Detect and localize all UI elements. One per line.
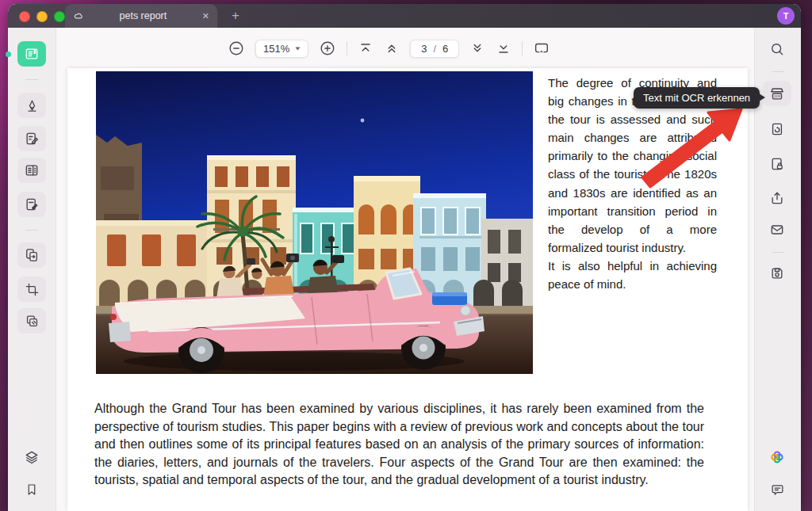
search-icon — [769, 41, 785, 57]
page-tools-button[interactable] — [17, 308, 46, 334]
compress-button[interactable] — [763, 116, 791, 142]
ocr-tooltip: Text mit OCR erkennen — [634, 87, 760, 109]
convert-documents-icon — [24, 247, 40, 263]
save-icon — [769, 265, 785, 281]
feedback-button[interactable] — [763, 477, 791, 502]
document-lock-icon — [769, 156, 785, 172]
zoom-level-value: 151% — [263, 43, 289, 55]
photo-illustration — [96, 71, 533, 374]
divider — [522, 41, 523, 55]
go-to-first-page-button[interactable] — [358, 40, 373, 56]
traffic-lights — [19, 11, 65, 22]
avatar-initial: T — [783, 11, 789, 21]
ocr-icon-label: OCR — [774, 94, 780, 98]
title-bar: pets report ✕ + T — [8, 4, 801, 28]
crop-pages-button[interactable] — [17, 276, 46, 302]
reader-mode-icon — [24, 46, 40, 62]
share-icon — [769, 190, 785, 206]
divider — [25, 230, 38, 231]
left-sidebar — [8, 28, 56, 511]
page-indicator[interactable]: 3 / 6 — [410, 40, 459, 58]
screen: { "window": { "tab_title": "pets report"… — [0, 0, 812, 511]
ocr-tooltip-text: Text mit OCR erkennen — [643, 92, 750, 104]
zoom-out-icon — [228, 40, 245, 57]
divider — [347, 41, 347, 55]
layers-icon — [24, 449, 40, 465]
edit-pdf-button[interactable] — [17, 126, 46, 151]
document-refresh-icon — [769, 121, 785, 137]
havana-photo — [96, 71, 533, 374]
ai-clover-icon — [768, 448, 786, 466]
new-tab-button[interactable]: + — [227, 7, 244, 25]
tab-close-icon[interactable]: ✕ — [202, 12, 209, 21]
search-button[interactable] — [763, 36, 791, 62]
next-pages-button[interactable] — [469, 40, 485, 56]
presentation-mode-button[interactable] — [533, 40, 550, 57]
page-separator: / — [433, 43, 436, 55]
layers-button[interactable] — [17, 444, 46, 470]
viewer-toolbar: 151% 3 / 6 — [228, 34, 550, 63]
organize-pages-button[interactable] — [17, 158, 46, 183]
document-tab[interactable]: pets report ✕ — [65, 4, 217, 28]
cloud-icon — [73, 10, 84, 21]
zoom-level-select[interactable]: 151% — [255, 40, 308, 58]
bookmark-icon — [25, 482, 39, 497]
page-current: 3 — [421, 43, 427, 55]
pages-icon — [25, 314, 40, 329]
comment-bubble-icon — [770, 482, 785, 498]
zoom-in-icon — [319, 40, 336, 57]
highlighter-icon — [25, 98, 40, 113]
email-button[interactable] — [763, 217, 791, 242]
share-button[interactable] — [763, 185, 791, 211]
go-to-last-page-button[interactable] — [496, 40, 511, 56]
close-window-button[interactable] — [19, 11, 30, 22]
updf-ai-button[interactable] — [763, 444, 791, 470]
convert-button[interactable] — [17, 242, 46, 268]
app-window: pets report ✕ + T — [8, 4, 801, 511]
zoom-out-button[interactable] — [228, 40, 245, 57]
crop-icon — [25, 282, 40, 297]
divider — [772, 252, 784, 253]
fill-and-sign-button[interactable] — [17, 192, 46, 217]
column-paragraph-2: It is also helpful in achieving peace of… — [548, 257, 717, 293]
tab-title: pets report — [90, 10, 197, 21]
go-to-top-icon — [358, 40, 373, 56]
pdf-bottom-paragraph: Although the Grand Tour has been examine… — [94, 400, 704, 490]
zoom-window-button[interactable] — [54, 11, 65, 22]
envelope-icon — [769, 222, 785, 238]
divider — [25, 79, 38, 80]
protect-button[interactable] — [763, 151, 791, 177]
ocr-icon: OCR — [768, 85, 786, 102]
edit-document-icon — [24, 131, 40, 147]
comment-tool-button[interactable] — [17, 93, 46, 118]
document-pen-icon — [24, 196, 40, 212]
tooltip-pointer — [759, 93, 765, 101]
bookmark-button[interactable] — [17, 477, 46, 502]
document-page[interactable]: The degree of continuity and big changes… — [67, 68, 748, 511]
page-total: 6 — [442, 43, 448, 55]
previous-pages-button[interactable] — [384, 40, 400, 56]
active-mode-dot — [6, 51, 11, 57]
presentation-icon — [533, 40, 550, 57]
chevron-down-icon — [295, 47, 301, 51]
zoom-in-button[interactable] — [319, 40, 336, 57]
ocr-button[interactable]: OCR — [763, 81, 791, 106]
go-to-bottom-icon — [496, 40, 511, 56]
save-button[interactable] — [763, 261, 791, 286]
minimize-window-button[interactable] — [36, 11, 48, 22]
reader-mode-button[interactable] — [17, 41, 46, 67]
divider — [772, 71, 784, 72]
double-chevron-down-icon — [469, 40, 485, 56]
avatar[interactable]: T — [777, 7, 795, 25]
double-chevron-up-icon — [384, 40, 400, 56]
document-list-icon — [24, 162, 40, 178]
